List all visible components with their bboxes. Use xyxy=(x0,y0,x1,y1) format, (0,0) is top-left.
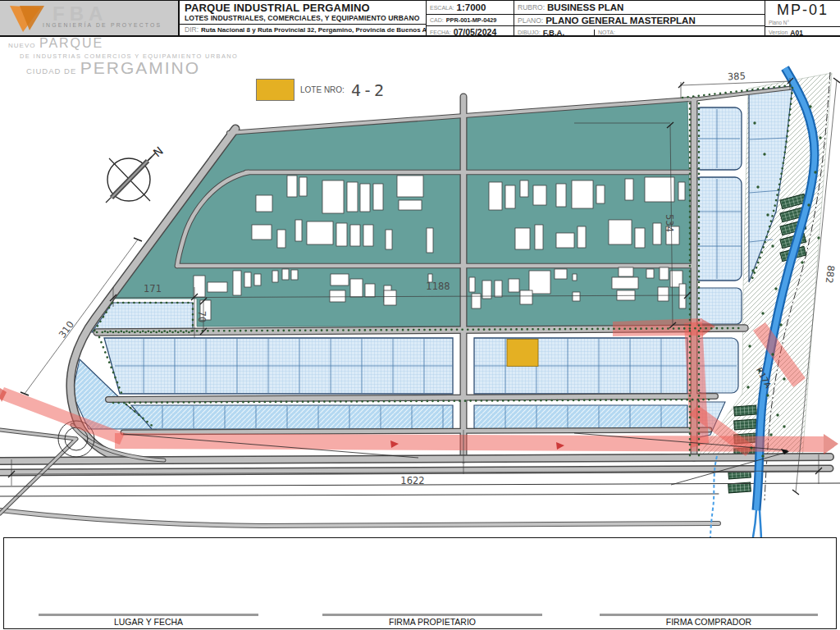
dim-882: 882 xyxy=(824,265,837,284)
signature-line xyxy=(322,614,542,616)
scale-cad-date-column: ESCALA:1:7000 CAD:PPR-001-MP-0429 FECHA:… xyxy=(426,1,514,35)
building xyxy=(520,290,532,304)
building xyxy=(658,287,669,301)
dim-385: 385 xyxy=(728,71,746,83)
lot-legend-label: LOTE NRO: xyxy=(300,85,345,94)
building xyxy=(495,281,502,297)
building xyxy=(555,269,567,279)
sheet-id-cell: MP-01 Plano N° Version A01 xyxy=(765,1,840,35)
signature-line xyxy=(600,614,818,616)
building xyxy=(427,228,433,253)
tree-dot xyxy=(766,213,769,216)
project-address: DIR:Ruta Nacional 8 y Ruta Provincial 32… xyxy=(180,24,426,35)
tree-dot xyxy=(809,105,811,107)
building xyxy=(350,279,363,297)
masterplan-canvas: N xyxy=(0,37,840,537)
lot-color-swatch xyxy=(256,79,294,101)
escala-value: 1:7000 xyxy=(457,2,486,12)
project-title-cell: PARQUE INDUSTRIAL PERGAMINO LOTES INDUST… xyxy=(179,1,426,35)
wm-nuevo: NUEVO xyxy=(8,42,35,49)
building xyxy=(256,195,272,212)
building xyxy=(322,180,344,213)
version-label: Version xyxy=(769,30,788,35)
building xyxy=(678,182,685,200)
plano-value: PLANO GENERAL MASTERPLAN xyxy=(546,16,696,25)
building xyxy=(399,200,422,210)
building xyxy=(363,225,373,246)
building xyxy=(397,176,423,197)
building xyxy=(330,290,345,302)
building xyxy=(505,185,515,208)
signature-label-owner: FIRMA PROPIETARIO xyxy=(322,617,542,627)
building xyxy=(573,274,577,281)
tree-dot xyxy=(801,261,803,263)
rubro-plano-column: RUBRO:BUSINESS PLAN PLANO:PLANO GENERAL … xyxy=(514,1,765,35)
building xyxy=(645,177,674,202)
project-title: PARQUE INDUSTRIAL PERGAMINO xyxy=(185,2,421,14)
lot-row-1 xyxy=(104,338,687,394)
building xyxy=(291,270,298,280)
tree-dot xyxy=(776,413,778,416)
building xyxy=(489,182,502,210)
building xyxy=(307,221,333,244)
escala-label: ESCALA: xyxy=(430,5,454,11)
building xyxy=(272,271,278,282)
dir-value: Ruta Nacional 8 y Ruta Provincial 32, Pe… xyxy=(201,26,426,34)
building xyxy=(653,223,661,244)
fecha-value: 07/05/2024 xyxy=(454,27,497,35)
building xyxy=(556,233,574,248)
building xyxy=(194,276,205,297)
building xyxy=(295,220,302,241)
tree-dot xyxy=(807,203,810,206)
building xyxy=(336,223,347,246)
building xyxy=(609,220,632,244)
tree-dot xyxy=(761,454,764,457)
building xyxy=(596,185,605,203)
tree-dot xyxy=(783,377,785,380)
building xyxy=(509,279,519,292)
building xyxy=(625,179,633,200)
building xyxy=(350,225,360,246)
building xyxy=(277,230,285,248)
dibujo-label: DIBUJO: xyxy=(518,30,541,35)
signature-block: LUGAR Y FECHA FIRMA PROPIETARIO FIRMA CO… xyxy=(3,537,837,629)
building xyxy=(635,228,645,248)
signature-label-place-date: LUGAR Y FECHA xyxy=(39,617,258,627)
lot-legend: LOTE NRO: 4-2 xyxy=(256,79,386,101)
tree-dot xyxy=(750,446,752,449)
sheet-number-label: Plano N° xyxy=(769,20,789,25)
building xyxy=(619,267,633,276)
tree-dot xyxy=(756,185,759,188)
building xyxy=(347,182,358,212)
wm-pergamino: PERGAMINO xyxy=(80,58,200,77)
building xyxy=(556,184,566,207)
building xyxy=(612,277,638,289)
tree-dot xyxy=(753,121,756,124)
signature-label-buyer: FIRMA COMPRADOR xyxy=(600,617,818,627)
tree-dot xyxy=(771,244,774,247)
dim-171: 171 xyxy=(144,283,162,294)
project-watermark: NUEVO PARQUE DE INDUSTRIAS COMERCIOS Y E… xyxy=(8,38,238,76)
tree-dot xyxy=(751,269,754,272)
company-logo-icon xyxy=(8,4,46,35)
cad-value: PPR-001-MP-0429 xyxy=(446,16,497,24)
tree-dot xyxy=(819,136,821,139)
wm-ciudad: CIUDAD DE xyxy=(26,66,76,75)
building xyxy=(646,269,654,278)
building xyxy=(365,284,375,297)
wm-parque: PARQUE xyxy=(39,36,103,50)
version-value: A01 xyxy=(790,29,803,36)
north-compass-icon: N xyxy=(106,144,166,203)
building xyxy=(573,292,580,301)
plano-label: PLANO: xyxy=(518,16,543,25)
building xyxy=(572,180,593,208)
building xyxy=(287,176,297,197)
rubro-value: BUSINESS PLAN xyxy=(547,2,623,12)
tree-dot xyxy=(814,171,816,173)
tree-dot xyxy=(783,425,785,427)
building xyxy=(299,177,307,196)
tree-dot xyxy=(779,323,782,326)
building xyxy=(386,230,392,249)
building xyxy=(469,277,475,292)
building xyxy=(208,282,227,292)
